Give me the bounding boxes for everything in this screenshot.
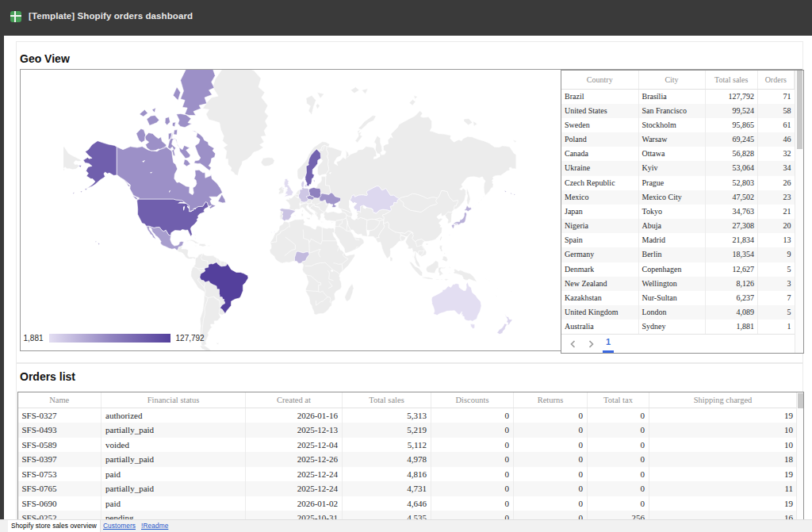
table-cell: San Francisco [639, 104, 706, 118]
table-cell: 0 [431, 467, 514, 482]
table-cell: United Kingdom [561, 305, 639, 320]
table-row[interactable]: GermanyBerlin18,3549 [561, 247, 803, 262]
table-cell: 56,828 [706, 147, 759, 161]
table-row[interactable]: SFS-0753paid2025-12-244,81600019 [18, 467, 803, 482]
table-cell: Nigeria [561, 219, 639, 233]
table-row[interactable]: SFS-0493partially_paid2025-12-135,219000… [18, 423, 803, 438]
table-cell: SFS-0397 [18, 452, 102, 467]
country-novaya-zemlya [354, 116, 376, 144]
pagination-next-button[interactable] [584, 338, 597, 350]
orders-list-title: Orders list [20, 370, 75, 383]
table-cell: Canada [561, 147, 639, 161]
table-cell: 0 [431, 452, 514, 467]
table-cell: paid [102, 496, 246, 511]
column-header: City [639, 71, 706, 89]
country-franz-josef [350, 87, 368, 94]
table-row[interactable]: United StatesSan Francisco99,52458 [561, 104, 803, 118]
tab-customers[interactable]: Customers [103, 520, 136, 532]
table-cell: Brasília [639, 90, 706, 104]
column-header: Total tax [588, 392, 649, 408]
country-NZ[interactable] [496, 314, 511, 335]
table-row[interactable]: NigeriaAbuja27,30820 [561, 219, 803, 233]
legend-gradient-bar [49, 334, 170, 343]
table-row[interactable]: SFS-0765partially_paid2025-12-244,731000… [18, 481, 803, 496]
table-cell: Kazakhstan [561, 291, 639, 305]
table-cell: 20 [758, 219, 795, 233]
table-row[interactable]: SFS-0690paid2026-01-024,64600019 [18, 496, 803, 511]
table-cell: Germany [561, 247, 639, 262]
table-cell: New Zealand [561, 277, 639, 291]
table-row[interactable]: SFS-0397partially_paid2025-12-264,978000… [18, 452, 803, 467]
table-row[interactable]: SFS-0589voided2025-12-045,11200010 [18, 438, 803, 453]
table-cell: Ottawa [639, 147, 706, 161]
legend-max-label: 127,792 [176, 334, 205, 343]
table-cell: partially_paid [102, 452, 246, 467]
table-cell: 12,627 [706, 262, 759, 277]
column-header: Total sales [706, 71, 759, 89]
legend-min-label: 1,881 [24, 334, 44, 343]
tab-active-shopify-overview[interactable]: Shopify store sales overview [8, 520, 101, 532]
country-timor [435, 279, 448, 281]
country-sales-table: CountryCityTotal salesOrders BrazilBrasí… [561, 70, 804, 354]
country-hainan [425, 243, 427, 245]
table-cell: Wellington [639, 277, 706, 291]
table-header-row: CountryCityTotal salesOrders [561, 71, 803, 90]
table-cell: 5,313 [343, 408, 431, 423]
table-cell: 32 [758, 147, 795, 161]
table-row[interactable]: KazakhstanNur-Sultan6,2377 [561, 291, 803, 305]
table-row[interactable]: SpainMadrid21,83413 [561, 233, 803, 247]
orders-table-scrollbar[interactable] [796, 392, 803, 519]
table-row[interactable]: New ZealandWellington8,1263 [561, 277, 803, 291]
scrollbar-thumb[interactable] [798, 393, 803, 408]
orders-list-card: Orders list NameFinancial statusCreated … [16, 363, 803, 532]
table-cell: Mexico City [639, 190, 706, 205]
table-cell: 0 [431, 423, 514, 438]
table-row[interactable]: MexicoMexico City47,50223 [561, 190, 803, 205]
table-row[interactable]: CanadaOttawa56,82832 [561, 147, 803, 161]
country-GB[interactable] [282, 179, 293, 197]
table-cell: 27,308 [706, 219, 759, 233]
country-fiji [511, 291, 512, 293]
table-row[interactable]: PolandWarsaw69,24546 [561, 132, 803, 147]
table-cell: SFS-0589 [18, 438, 102, 453]
country-cyprus [331, 222, 333, 224]
table-cell: 0 [431, 408, 514, 423]
column-header: Shipping charged [649, 392, 797, 408]
table-row[interactable]: United KingdomLondon4,0895 [561, 305, 803, 320]
table-cell: 4,731 [343, 481, 431, 496]
scrollbar-thumb[interactable] [797, 71, 802, 149]
table-row[interactable]: JapanTokyo34,76321 [561, 205, 803, 219]
table-row[interactable]: Czech RepublicPrague52,80326 [561, 176, 803, 190]
table-cell: Copenhagen [639, 262, 706, 277]
table-cell: Abuja [639, 219, 706, 233]
table-cell: SFS-0327 [18, 408, 102, 423]
table-cell: 127,792 [706, 90, 759, 104]
country-CA[interactable] [117, 70, 225, 212]
table-cell: 34,763 [706, 205, 759, 219]
table-cell: Sydney [639, 320, 706, 334]
table-cell: Sweden [561, 118, 639, 132]
table-row[interactable]: SwedenStockholm95,86561 [561, 118, 803, 132]
pagination-page-1[interactable]: 1 [603, 337, 614, 346]
table-row[interactable]: BrazilBrasília127,79271 [561, 90, 803, 104]
country-new-guinea [453, 270, 477, 282]
table-row[interactable]: AustraliaSydney1,8811 [561, 320, 803, 334]
table-cell: partially_paid [102, 423, 246, 438]
table-row[interactable]: SFS-0327authorized2026-01-165,31300019 [18, 408, 803, 423]
table-cell: 19 [649, 408, 797, 423]
column-header: Discounts [431, 392, 514, 408]
table-cell: 0 [514, 408, 588, 423]
table-row[interactable]: UkraineKyiv53,06434 [561, 161, 803, 175]
country-puerto-rico [208, 246, 210, 247]
country-vanuatu [497, 287, 498, 288]
table-cell: 0 [588, 438, 649, 453]
country-iceland [261, 158, 274, 166]
tab-readme[interactable]: !Readme [141, 520, 168, 532]
country-AU[interactable] [431, 282, 481, 329]
geo-table-scrollbar[interactable] [795, 71, 803, 353]
table-cell: Prague [639, 176, 706, 190]
table-row[interactable]: DenmarkCopenhagen12,6275 [561, 262, 803, 277]
table-cell: 5 [758, 305, 795, 320]
pagination-prev-button[interactable] [567, 338, 580, 350]
country-madagascar [344, 284, 353, 301]
